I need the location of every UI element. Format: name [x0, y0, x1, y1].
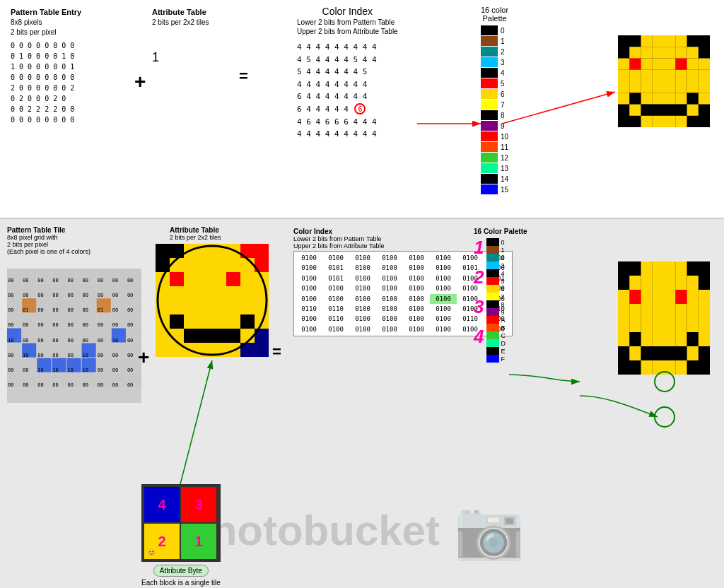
pink-num-4: 4: [474, 327, 484, 346]
pattern-entry-title: Pattern Table Entry: [11, 7, 81, 18]
palette-swatches-top: 0 1 2 3 4 5 6 7 8 9 10 11 12 13 14 15: [481, 25, 508, 194]
color-index-sub1-top: Lower 2 bits from Pattern Table: [297, 18, 398, 26]
color-index-title-bottom: Color Index: [293, 228, 384, 235]
pb-camera-icon: 📷: [454, 497, 525, 563]
pattern-entry-sub2: 2 bits per pixel: [11, 28, 81, 37]
attr-sq-3: 3: [181, 487, 216, 522]
attr-sq-1: 1: [181, 524, 216, 559]
pattern-table-tile: Pattern Table Tile 8x8 pixel grid with 2…: [7, 226, 90, 255]
pattern-grid-top: 0 0 0 0 0 0 0 0 0 1 0 0 0 0 1 0 1 0 0 0 …: [11, 40, 81, 125]
palette-title-bottom: 16 Color Palette: [474, 228, 527, 235]
plus-bottom: +: [138, 346, 149, 369]
attr-byte-note: Each block is a single tile: [141, 579, 221, 587]
attr-sq-4: 4: [144, 487, 180, 522]
equals-symbol-top: =: [239, 67, 247, 86]
big-smiley-quadrant: [156, 244, 269, 358]
pink-num-3: 3: [474, 298, 484, 316]
photobucket-watermark: photobucket 📷: [0, 459, 724, 588]
color-index-bottom: Color Index Lower 2 bits from Pattern Ta…: [293, 228, 384, 249]
attr-value-top: 1: [152, 49, 209, 66]
palette-title2-top: Palette: [481, 14, 508, 23]
palette-swatch-col: 0 1 2 3 4 5 6 7 8 9 A B C D E F: [486, 238, 506, 363]
attr-byte-label: Attribute Byte: [153, 565, 209, 577]
pattern-tile-title: Pattern Table Tile: [7, 226, 90, 234]
color-index-top: Color Index Lower 2 bits from Pattern Ta…: [297, 6, 398, 141]
pb-text: photobucket: [185, 506, 440, 555]
pattern-tile-sub2: 2 bits per pixel: [7, 241, 90, 248]
smiley-bottom-right: [618, 261, 710, 376]
circled-6: 6: [354, 103, 366, 114]
attr-table-top: Attribute Table 2 bits per 2x2 tiles 1: [152, 7, 209, 67]
attribute-byte-box: 4 3 2 😊 1 Attribute Byte Each block is a…: [141, 484, 221, 587]
top-section: Pattern Table Entry 8x8 pixels 2 bits pe…: [0, 0, 724, 219]
attr-sq-2: 2 😊: [144, 524, 180, 559]
pink-num-1: 1: [474, 238, 484, 257]
palette-title-top: 16 color: [481, 6, 508, 14]
pattern-entry-sub1: 8x8 pixels: [11, 18, 81, 28]
palette-top: 16 color Palette 0 1 2 3 4 5 6 7 8 9 10 …: [481, 6, 508, 195]
attr-byte-squares: 4 3 2 😊 1: [141, 484, 221, 562]
attr-table-title-top: Attribute Table: [152, 7, 209, 18]
attr-table-sub-top: 2 bits per 2x2 tiles: [152, 18, 209, 28]
color-index-sub1-bottom: Lower 2 bits from Pattern Table: [293, 235, 384, 242]
color-index-title-top: Color Index: [297, 6, 398, 17]
smiley-top: [618, 35, 710, 127]
color-index-grid-top: 4 4 4 4 4 4 4 4 4 4 5 4 4 4 4 5 4 4 5 4 …: [297, 41, 398, 141]
color-index-sub2-top: Upper 2 bits from Attribute Table: [297, 28, 398, 35]
palette-nums-container: 1 2 3 4 0 1 2 3 4 5 6 7 8 9 A B C D E F: [474, 238, 527, 363]
palette-big-nums: 1 2 3 4: [474, 238, 484, 346]
pixel-grid-bottom: [7, 269, 141, 404]
attr-table-title-bottom: Attribute Table: [170, 226, 226, 234]
pattern-table-entry: Pattern Table Entry 8x8 pixels 2 bits pe…: [11, 7, 81, 125]
pattern-tile-sub1: 8x8 pixel grid with: [7, 234, 90, 241]
palette-bottom: 16 Color Palette 1 2 3 4 0 1 2 3 4 5 6 7…: [474, 228, 527, 363]
pink-num-2: 2: [474, 268, 484, 286]
equals-bottom: =: [272, 343, 281, 361]
attr-table-sub-bottom: 2 bits per 2x2 tiles: [170, 234, 226, 241]
plus-symbol-top: +: [134, 71, 146, 93]
pattern-tile-sub3: (Each pixel is one of 4 colors): [7, 248, 90, 255]
color-index-sub2-bottom: Upper 2 bits from Attribute Table: [293, 242, 384, 249]
